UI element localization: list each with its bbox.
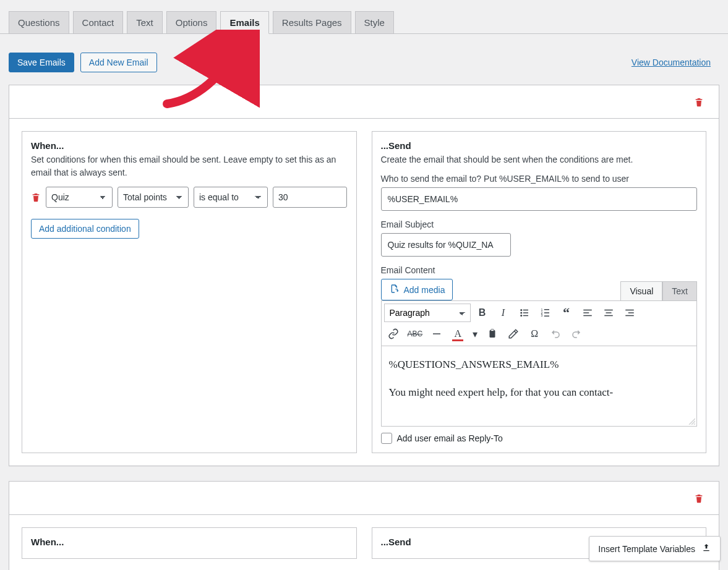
editor-tab-text[interactable]: Text	[662, 281, 697, 300]
when-heading: When...	[31, 140, 348, 151]
svg-rect-14	[583, 315, 592, 317]
svg-rect-23	[491, 330, 494, 331]
reply-to-label: Add user email as Reply-To	[397, 433, 503, 443]
svg-rect-11	[544, 316, 549, 317]
undo-icon[interactable]	[546, 325, 565, 343]
operator-select[interactable]: is equal to	[194, 187, 268, 208]
svg-rect-16	[606, 312, 611, 313]
svg-rect-19	[628, 312, 633, 313]
svg-point-2	[520, 312, 522, 314]
resize-grip-icon[interactable]	[688, 417, 695, 425]
insert-template-variables-label: Insert Template Variables	[598, 544, 695, 554]
redo-icon[interactable]	[567, 325, 586, 343]
criteria-select[interactable]: Quiz	[46, 187, 113, 208]
link-icon[interactable]	[384, 325, 403, 343]
italic-icon[interactable]: I	[494, 304, 513, 322]
svg-rect-9	[544, 312, 549, 313]
subject-input[interactable]	[381, 233, 511, 257]
upload-icon	[701, 543, 711, 555]
svg-rect-7	[544, 309, 549, 310]
svg-rect-20	[625, 315, 634, 317]
svg-rect-1	[523, 310, 528, 311]
send-help-text: Create the email that should be sent whe…	[381, 153, 698, 166]
text-color-dropdown-icon[interactable]: ▾	[469, 325, 481, 343]
who-label: Who to send the email to? Put %USER_EMAI…	[381, 174, 698, 184]
card-top-bar	[9, 482, 719, 515]
tab-text[interactable]: Text	[127, 11, 163, 33]
svg-rect-17	[604, 315, 613, 317]
condition-value-input[interactable]	[273, 187, 347, 208]
bold-icon[interactable]: B	[473, 304, 492, 322]
view-documentation-link[interactable]: View Documentation	[632, 57, 711, 67]
align-left-icon[interactable]	[578, 304, 597, 322]
email-card-1: When... Set conditions for when this ema…	[9, 85, 719, 466]
tab-questions[interactable]: Questions	[9, 11, 69, 33]
paste-icon[interactable]	[483, 325, 502, 343]
tab-emails[interactable]: Emails	[220, 11, 268, 34]
add-media-label: Add media	[404, 285, 445, 295]
send-heading: ...Send	[381, 140, 698, 151]
when-heading-2: When...	[31, 537, 348, 547]
number-list-icon[interactable]: 123	[536, 304, 555, 322]
horizontal-rule-icon[interactable]	[427, 325, 446, 343]
reply-to-checkbox[interactable]	[381, 433, 392, 444]
trash-icon[interactable]	[694, 96, 704, 108]
trash-icon[interactable]	[694, 492, 704, 504]
svg-text:3: 3	[541, 313, 542, 317]
when-help-text: Set conditions for when this email shoul…	[31, 153, 348, 179]
editor-content[interactable]: %QUESTIONS_ANSWERS_EMAIL% You might need…	[381, 346, 698, 427]
tab-options[interactable]: Options	[166, 11, 217, 33]
who-input[interactable]	[381, 187, 698, 211]
editor-line-1: %QUESTIONS_ANSWERS_EMAIL%	[389, 356, 690, 373]
tab-bar: Questions Contact Text Options Emails Re…	[0, 0, 728, 34]
add-media-button[interactable]: Add media	[381, 279, 453, 300]
action-bar: Save Emails Add New Email View Documenta…	[0, 34, 728, 85]
svg-rect-21	[433, 333, 440, 334]
metric-select[interactable]: Total points	[118, 187, 189, 208]
save-emails-button[interactable]: Save Emails	[9, 53, 74, 72]
card-top-bar	[9, 85, 719, 119]
tab-contact[interactable]: Contact	[73, 11, 124, 33]
editor-toolbar: Paragraph B I 123 “	[381, 300, 698, 346]
text-color-icon[interactable]: A	[448, 325, 467, 343]
condition-row: Quiz Total points is equal to	[31, 187, 348, 208]
editor-line-2: You might need expert help, for that you…	[389, 384, 690, 401]
align-center-icon[interactable]	[599, 304, 618, 322]
svg-rect-3	[523, 312, 528, 313]
svg-point-0	[520, 309, 522, 311]
svg-rect-12	[583, 310, 592, 311]
when-panel: When... Set conditions for when this ema…	[22, 131, 357, 453]
svg-point-4	[520, 315, 522, 317]
tab-style[interactable]: Style	[355, 11, 394, 33]
bullet-list-icon[interactable]	[515, 304, 534, 322]
svg-rect-15	[604, 310, 613, 311]
format-select[interactable]: Paragraph	[384, 304, 471, 322]
add-new-email-button[interactable]: Add New Email	[80, 53, 157, 72]
editor-tab-visual[interactable]: Visual	[620, 281, 662, 300]
subject-label: Email Subject	[381, 219, 698, 229]
add-condition-button[interactable]: Add additional condition	[31, 219, 139, 239]
insert-template-variables-button[interactable]: Insert Template Variables	[589, 536, 721, 561]
when-panel-2: When...	[22, 527, 357, 559]
media-icon	[389, 284, 400, 296]
send-panel: ...Send Create the email that should be …	[372, 131, 707, 453]
tab-results-pages[interactable]: Results Pages	[273, 11, 351, 33]
quote-icon[interactable]: “	[557, 304, 576, 322]
strikethrough-icon[interactable]: ABC	[405, 325, 426, 343]
align-right-icon[interactable]	[620, 304, 639, 322]
content-label: Email Content	[381, 265, 698, 275]
svg-rect-5	[523, 315, 528, 317]
special-char-icon[interactable]: Ω	[525, 325, 544, 343]
svg-rect-13	[583, 312, 589, 313]
trash-icon[interactable]	[31, 191, 41, 203]
svg-rect-18	[625, 310, 634, 311]
clear-format-icon[interactable]	[504, 325, 523, 343]
